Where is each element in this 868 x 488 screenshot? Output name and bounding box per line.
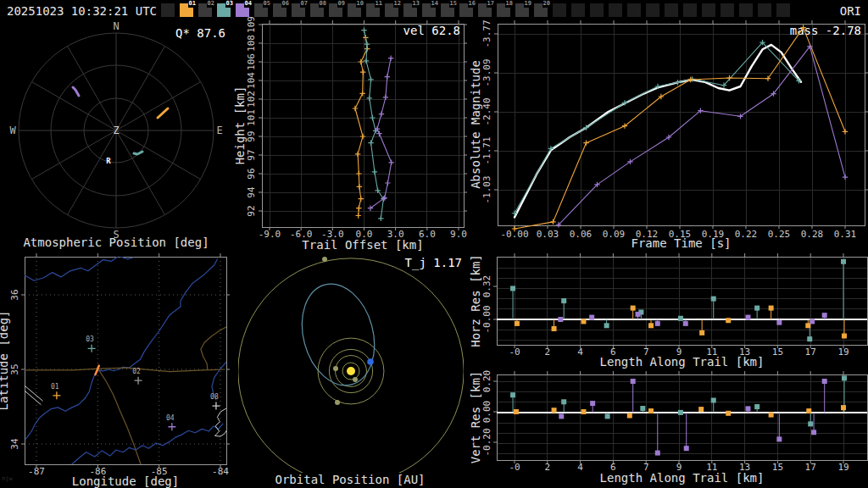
residual-marker [841,405,846,410]
marker-cross [376,131,381,136]
residual-marker [515,321,520,326]
polar-spoke [116,82,201,131]
polyline [515,42,798,214]
residual-marker [589,315,594,320]
label: 2 [544,462,550,473]
label: 96 [246,168,257,179]
polyline [72,424,223,464]
polyline [134,152,142,154]
residual-marker [648,408,654,413]
label: -0 [509,462,520,473]
label: Longitude [deg] [72,474,179,488]
marker-cross [357,184,362,189]
residual-marker [769,413,774,418]
marker-cross [356,171,361,176]
residual-marker [678,316,683,321]
residual-marker [808,421,813,426]
series-horz [497,259,867,341]
label: Trail Offset [km] [302,238,423,252]
label: 94 [246,186,257,198]
residual-marker [841,259,846,264]
residual-marker [655,321,660,326]
marker-cross [355,152,360,157]
label: 0.25 [768,229,791,240]
plot-border [498,24,865,225]
marker-cross [359,59,364,64]
residual-marker [631,306,636,311]
marker-cross [353,106,358,111]
label: Z [113,125,119,136]
watermark: njw [2,475,13,482]
label: 0.22 [735,229,758,240]
marker-cross [366,96,371,101]
polyline [515,45,801,218]
map-features [25,256,226,464]
label: 106 [246,53,257,70]
residual-marker [559,413,564,419]
residual-marker [648,323,654,328]
label: 35 [9,363,20,374]
label: 08 [210,393,219,401]
label: 101 [246,109,257,126]
label: 0.31 [834,229,857,240]
axes-vert: -02467911131517190.200.00-0.20Length Alo… [469,370,868,485]
label: E [216,125,222,136]
label: -1.71 [481,136,492,164]
residual-marker [636,312,641,317]
grid-mass [498,24,865,225]
plot-border [25,257,226,464]
map-stations: 0102030408 [51,336,220,430]
marker-cross [388,55,393,60]
label: Q* 87.6 [175,26,225,40]
panel-orbit [238,257,464,484]
meteoroid-orbit [292,275,386,393]
polar-spoke [68,130,117,215]
label: 9.0 [450,229,467,240]
marker-cross [361,27,366,32]
marker-cross [359,197,364,202]
polyline [25,256,133,280]
residual-marker [552,408,557,413]
label: -2.40 [481,97,492,125]
residual-marker [807,336,812,341]
plot-border [497,257,867,345]
polar-spoke [116,130,165,215]
label: Frame Time [s] [631,236,731,250]
residual-marker [655,451,660,456]
label: -87 [28,466,45,477]
marker-cross [378,216,383,221]
label: 17 [805,347,816,358]
marker-cross [355,213,360,218]
label: -0 [509,347,520,358]
panel-atmospheric: NESWZRQ* 87.6Atmospheric Position [deg] [9,20,225,249]
marker-cross [370,115,375,120]
residual-marker [558,317,563,322]
label: 36 [9,289,20,300]
residual-marker [684,446,689,451]
marker-cross [726,75,732,80]
label: 4 [577,462,583,473]
label: Length Along Trail [km] [600,355,765,369]
residual-marker [604,323,609,328]
marker-cross [360,134,365,139]
plot-border [497,374,867,460]
residual-marker [581,319,586,324]
label: Atmospheric Position [deg] [23,236,209,249]
label: -0.00 [481,305,492,333]
residual-marker [590,401,595,406]
polyline [26,259,218,439]
polyline [158,108,168,118]
label: 01 [51,383,59,391]
residual-marker [510,392,515,397]
earth-dot [367,358,374,365]
residual-marker [842,375,847,380]
residual-marker [754,306,760,311]
label: Latitude [deg] [0,310,10,410]
label: 15 [772,462,783,473]
residual-marker [561,298,566,303]
label: 34 [9,438,20,450]
residual-marker [640,406,645,411]
marker-cross [135,377,142,385]
marker-cross [53,391,60,399]
planet-dot [335,400,340,405]
